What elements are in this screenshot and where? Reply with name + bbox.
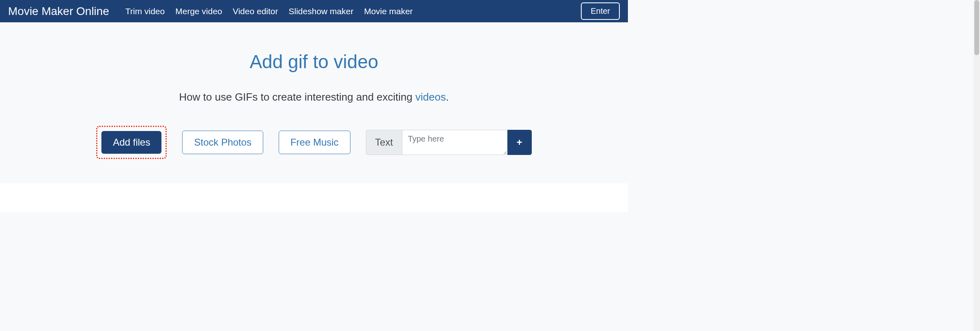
- page-title: Add gif to video: [8, 51, 620, 73]
- enter-button[interactable]: Enter: [581, 2, 620, 20]
- stock-photos-button[interactable]: Stock Photos: [182, 131, 263, 154]
- text-input[interactable]: [402, 130, 507, 155]
- nav-link-movie-maker[interactable]: Movie maker: [364, 6, 413, 16]
- nav-link-slideshow-maker[interactable]: Slideshow maker: [289, 6, 354, 16]
- add-files-button[interactable]: Add files: [101, 131, 161, 154]
- navbar-left: Movie Maker Online Trim video Merge vide…: [8, 5, 413, 18]
- subtitle-link-videos[interactable]: videos: [415, 91, 446, 103]
- nav-link-merge-video[interactable]: Merge video: [175, 6, 222, 16]
- nav-links: Trim video Merge video Video editor Slid…: [125, 6, 413, 16]
- nav-link-video-editor[interactable]: Video editor: [233, 6, 278, 16]
- add-text-button[interactable]: +: [507, 130, 532, 155]
- subtitle-text-after: .: [446, 91, 449, 103]
- subtitle-text-before: How to use GIFs to create interesting an…: [179, 91, 415, 103]
- below-section: [0, 183, 628, 212]
- free-music-button[interactable]: Free Music: [279, 131, 350, 154]
- page-subtitle: How to use GIFs to create interesting an…: [8, 91, 620, 103]
- main-content: Add gif to video How to use GIFs to crea…: [0, 22, 628, 183]
- action-button-row: Add files Stock Photos Free Music Text +: [8, 126, 620, 159]
- nav-link-trim-video[interactable]: Trim video: [125, 6, 165, 16]
- brand-logo[interactable]: Movie Maker Online: [8, 5, 109, 18]
- add-files-highlight: Add files: [96, 126, 167, 159]
- text-input-group: Text +: [366, 130, 532, 155]
- text-label: Text: [366, 130, 402, 155]
- navbar: Movie Maker Online Trim video Merge vide…: [0, 0, 628, 22]
